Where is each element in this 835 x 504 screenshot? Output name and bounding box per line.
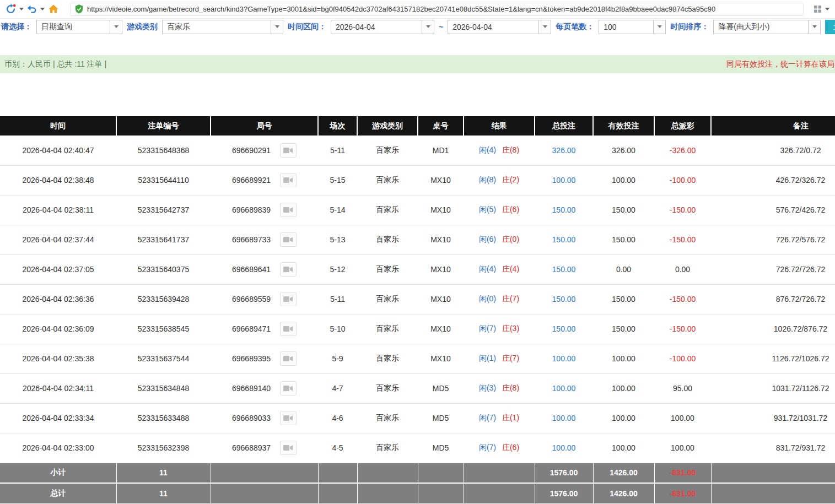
cell-total-bet-link[interactable]: 100.00 — [535, 373, 593, 403]
back-button[interactable] — [27, 4, 37, 14]
cell-bet-id: 523315640375 — [116, 254, 211, 284]
chevron-down-icon[interactable] — [808, 20, 820, 34]
table-row: 2026-04-04 02:33:00 523315632398 6966889… — [0, 433, 835, 463]
cell-total-bet-link[interactable]: 150.00 — [535, 314, 593, 344]
video-replay-icon — [283, 295, 293, 303]
cell-total-bet-link[interactable]: 150.00 — [535, 284, 593, 314]
table-row: 2026-04-04 02:40:47 523315648368 6966902… — [0, 136, 835, 165]
cell-total-bet-link[interactable]: 100.00 — [535, 403, 593, 433]
date-to-input[interactable]: 2026-04-04 — [448, 20, 551, 34]
subtotal-count: 11 — [116, 463, 211, 483]
player-result: 闲(1) — [479, 354, 496, 362]
video-replay-button[interactable] — [280, 203, 297, 217]
reload-menu-caret-icon[interactable] — [19, 8, 24, 10]
cell-remark: 576.72/426.72 — [711, 195, 835, 225]
cell-bet-id: 523315644110 — [116, 165, 211, 195]
cell-remark: 876.72/726.72 — [711, 284, 835, 314]
round-number: 696689641 — [232, 265, 271, 274]
video-replay-button[interactable] — [280, 351, 297, 366]
cell-round: 696689733 — [211, 225, 318, 254]
cell-bet-id: 523315637544 — [116, 344, 211, 373]
cell-round: 696689471 — [211, 314, 318, 344]
cell-game-type: 百家乐 — [357, 403, 418, 433]
chevron-down-icon[interactable] — [271, 20, 283, 34]
cell-game-type: 百家乐 — [357, 344, 418, 373]
player-result: 闲(3) — [479, 383, 496, 392]
chevron-down-icon[interactable] — [538, 20, 551, 34]
player-result: 闲(4) — [479, 145, 496, 154]
video-replay-button[interactable] — [280, 411, 297, 425]
cell-total-bet-link[interactable]: 326.00 — [535, 136, 593, 165]
column-header-7: 结果 — [464, 116, 535, 136]
cell-time: 2026-04-04 02:33:00 — [0, 433, 116, 463]
video-replay-button[interactable] — [280, 262, 297, 277]
date-from-input[interactable]: 2026-04-04 — [331, 20, 434, 34]
page-size-value: 100 — [599, 20, 653, 34]
video-replay-button[interactable] — [280, 232, 297, 247]
video-replay-icon — [283, 325, 293, 333]
date-range-label: 时间区间： — [288, 22, 326, 32]
cell-result: 闲(7) 庄(3) — [464, 314, 535, 344]
chevron-down-icon[interactable] — [653, 20, 665, 34]
reload-button[interactable] — [6, 4, 16, 14]
sort-select[interactable]: 降幂(由大到小) — [713, 20, 821, 34]
cell-total-bet-link[interactable]: 150.00 — [535, 254, 593, 284]
cell-total-bet-link[interactable]: 150.00 — [535, 225, 593, 254]
player-result: 闲(7) — [479, 324, 496, 333]
cell-total-bet-link[interactable]: 100.00 — [535, 165, 593, 195]
cell-total-bet-link[interactable]: 100.00 — [535, 344, 593, 373]
back-menu-caret-icon[interactable] — [40, 8, 45, 10]
video-replay-icon — [283, 265, 293, 273]
player-result: 闲(6) — [479, 235, 496, 243]
cell-remark: 426.72/326.72 — [711, 165, 835, 195]
home-button[interactable] — [48, 4, 59, 14]
table-row: 2026-04-04 02:36:09 523315638545 6966894… — [0, 314, 835, 344]
video-replay-button[interactable] — [280, 292, 297, 306]
video-replay-button[interactable] — [280, 322, 297, 336]
cell-payout: 0.00 — [654, 254, 711, 284]
table-row: 2026-04-04 02:37:05 523315640375 6966896… — [0, 254, 835, 284]
chevron-down-icon[interactable] — [110, 20, 122, 34]
cell-total-bet-link[interactable]: 100.00 — [535, 433, 593, 463]
game-type-select[interactable]: 百家乐 — [162, 20, 283, 34]
search-button[interactable]: 查询 — [825, 20, 835, 34]
video-replay-button[interactable] — [280, 441, 297, 455]
subtotal-row: 小计 11 1576.00 1426.00 -831.00 — [0, 463, 835, 483]
address-bar[interactable]: https://videoie.com/game/betrecord_searc… — [70, 3, 804, 16]
cell-round: 696689033 — [211, 403, 318, 433]
cell-result: 闲(8) 庄(2) — [464, 165, 535, 195]
video-replay-button[interactable] — [280, 143, 297, 158]
cell-session: 4-7 — [318, 373, 357, 403]
cell-table-no: MX10 — [418, 165, 464, 195]
footer-empty-cell — [211, 483, 318, 503]
column-header-11: 备注 — [711, 116, 835, 136]
video-replay-button[interactable] — [280, 173, 297, 187]
banker-result: 庄(1) — [502, 413, 519, 422]
cell-result: 闲(7) 庄(1) — [464, 403, 535, 433]
table-row: 2026-04-04 02:37:44 523315641737 6966897… — [0, 225, 835, 254]
column-header-9: 有效投注 — [593, 116, 654, 136]
chevron-down-icon[interactable] — [422, 20, 434, 34]
cell-game-type: 百家乐 — [357, 225, 418, 254]
date-to-value: 2026-04-04 — [448, 20, 538, 34]
video-replay-icon — [283, 444, 293, 452]
cell-session: 5-15 — [318, 165, 357, 195]
cell-payout: 100.00 — [654, 403, 711, 433]
cell-session: 5-11 — [318, 136, 357, 165]
page-size-select[interactable]: 100 — [599, 20, 666, 34]
banker-result: 庄(8) — [502, 383, 519, 392]
toolbar-more-caret-icon[interactable] — [825, 8, 829, 10]
cell-time: 2026-04-04 02:34:11 — [0, 373, 116, 403]
cell-total-bet-link[interactable]: 150.00 — [535, 195, 593, 225]
video-replay-button[interactable] — [280, 381, 297, 395]
sort-value: 降幂(由大到小) — [714, 20, 808, 34]
cell-game-type: 百家乐 — [357, 165, 418, 195]
apps-grid-button[interactable] — [814, 5, 822, 13]
cell-remark: 931.72/1031.72 — [711, 403, 835, 433]
cell-valid-bet: 100.00 — [593, 403, 654, 433]
footer-empty-cell — [318, 483, 357, 503]
cell-table-no: MD5 — [418, 373, 464, 403]
subtotal-valid-bet: 1426.00 — [593, 463, 654, 483]
cell-valid-bet: 100.00 — [593, 433, 654, 463]
date-mode-select[interactable]: 日期查询 — [36, 20, 122, 34]
